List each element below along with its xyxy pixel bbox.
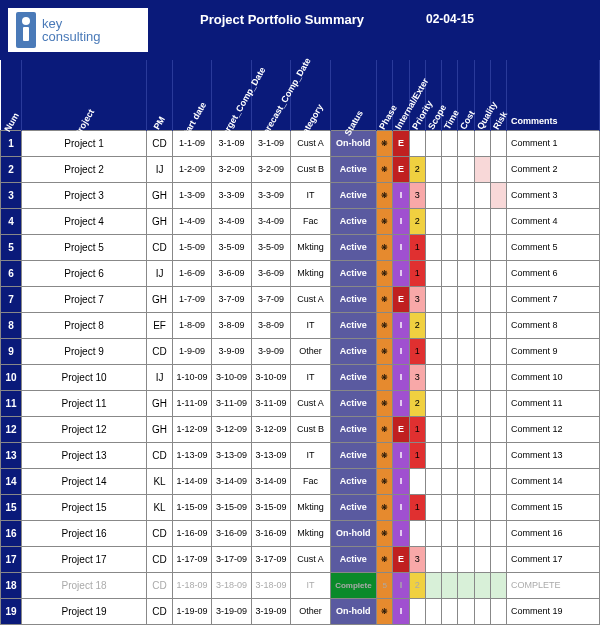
page-title: Project Portfolio Summary: [200, 12, 364, 27]
cell-target: 3-10-09: [212, 364, 251, 390]
cell-cost: [458, 260, 474, 286]
cell-ie: I: [393, 208, 409, 234]
cell-pm: KL: [147, 468, 173, 494]
cell-num: 13: [1, 442, 22, 468]
cell-cost: [458, 312, 474, 338]
cell-forecast: 3-6-09: [251, 260, 290, 286]
cell-priority: 1: [409, 338, 425, 364]
cell-priority: [409, 520, 425, 546]
cell-num: 9: [1, 338, 22, 364]
cell-comment: Comment 6: [507, 260, 600, 286]
cell-priority: 2: [409, 572, 425, 598]
cell-risk: [490, 390, 506, 416]
header-row: Num Project PM Start date Target_Comp_Da…: [1, 60, 600, 130]
cell-quality: [474, 416, 490, 442]
cell-target: 3-16-09: [212, 520, 251, 546]
cell-start: 1-13-09: [172, 442, 211, 468]
cell-phase: ❋: [377, 312, 393, 338]
cell-cost: [458, 494, 474, 520]
cell-scope: [425, 572, 441, 598]
cell-scope: [425, 390, 441, 416]
cell-status: Active: [330, 338, 376, 364]
cell-project: Project 17: [21, 546, 146, 572]
cell-status: Active: [330, 546, 376, 572]
cell-start: 1-15-09: [172, 494, 211, 520]
cell-risk: [490, 286, 506, 312]
cell-num: 5: [1, 234, 22, 260]
col-project: Project: [21, 60, 146, 130]
logo-text: key consulting: [42, 17, 101, 43]
cell-scope: [425, 468, 441, 494]
cell-start: 1-16-09: [172, 520, 211, 546]
cell-forecast: 3-2-09: [251, 156, 290, 182]
cell-time: [442, 130, 458, 156]
cell-forecast: 3-5-09: [251, 234, 290, 260]
cell-priority: 1: [409, 494, 425, 520]
cell-start: 1-6-09: [172, 260, 211, 286]
cell-risk: [490, 546, 506, 572]
cell-cost: [458, 442, 474, 468]
cell-scope: [425, 260, 441, 286]
cell-scope: [425, 234, 441, 260]
cell-scope: [425, 442, 441, 468]
cell-time: [442, 208, 458, 234]
cell-category: Cust A: [291, 390, 330, 416]
cell-start: 1-10-09: [172, 364, 211, 390]
cell-quality: [474, 286, 490, 312]
col-ie: Internal/Exter: [393, 60, 409, 130]
cell-status: Active: [330, 234, 376, 260]
col-target: Target_Comp_Date: [212, 60, 251, 130]
col-comments: Comments: [507, 60, 600, 130]
cell-pm: GH: [147, 286, 173, 312]
cell-pm: IJ: [147, 260, 173, 286]
cell-num: 15: [1, 494, 22, 520]
cell-time: [442, 520, 458, 546]
cell-category: Mkting: [291, 520, 330, 546]
cell-scope: [425, 182, 441, 208]
cell-start: 1-11-09: [172, 390, 211, 416]
cell-num: 4: [1, 208, 22, 234]
col-quality: Quality: [474, 60, 490, 130]
cell-phase: ❋: [377, 442, 393, 468]
cell-phase: ❋: [377, 182, 393, 208]
cell-risk: [490, 130, 506, 156]
cell-cost: [458, 338, 474, 364]
cell-forecast: 3-1-09: [251, 130, 290, 156]
cell-quality: [474, 390, 490, 416]
cell-quality: [474, 546, 490, 572]
cell-target: 3-5-09: [212, 234, 251, 260]
cell-phase: ❋: [377, 338, 393, 364]
cell-pm: CD: [147, 598, 173, 624]
cell-priority: 3: [409, 546, 425, 572]
cell-phase: ❋: [377, 286, 393, 312]
cell-start: 1-17-09: [172, 546, 211, 572]
cell-cost: [458, 468, 474, 494]
cell-time: [442, 572, 458, 598]
cell-cost: [458, 572, 474, 598]
report-date: 02-04-15: [426, 12, 474, 26]
table-row: 9Project 9CD1-9-093-9-093-9-09OtherActiv…: [1, 338, 600, 364]
cell-phase: ❋: [377, 234, 393, 260]
cell-category: Cust A: [291, 286, 330, 312]
cell-phase: ❋: [377, 520, 393, 546]
cell-quality: [474, 468, 490, 494]
cell-scope: [425, 130, 441, 156]
cell-forecast: 3-3-09: [251, 182, 290, 208]
cell-pm: IJ: [147, 156, 173, 182]
cell-risk: [490, 364, 506, 390]
cell-scope: [425, 598, 441, 624]
cell-comment: Comment 3: [507, 182, 600, 208]
cell-num: 12: [1, 416, 22, 442]
cell-priority: [409, 468, 425, 494]
cell-num: 16: [1, 520, 22, 546]
logo: key consulting: [8, 8, 148, 52]
cell-scope: [425, 312, 441, 338]
cell-num: 6: [1, 260, 22, 286]
cell-forecast: 3-10-09: [251, 364, 290, 390]
cell-quality: [474, 442, 490, 468]
cell-phase: ❋: [377, 494, 393, 520]
cell-forecast: 3-15-09: [251, 494, 290, 520]
cell-risk: [490, 182, 506, 208]
cell-scope: [425, 494, 441, 520]
cell-risk: [490, 156, 506, 182]
